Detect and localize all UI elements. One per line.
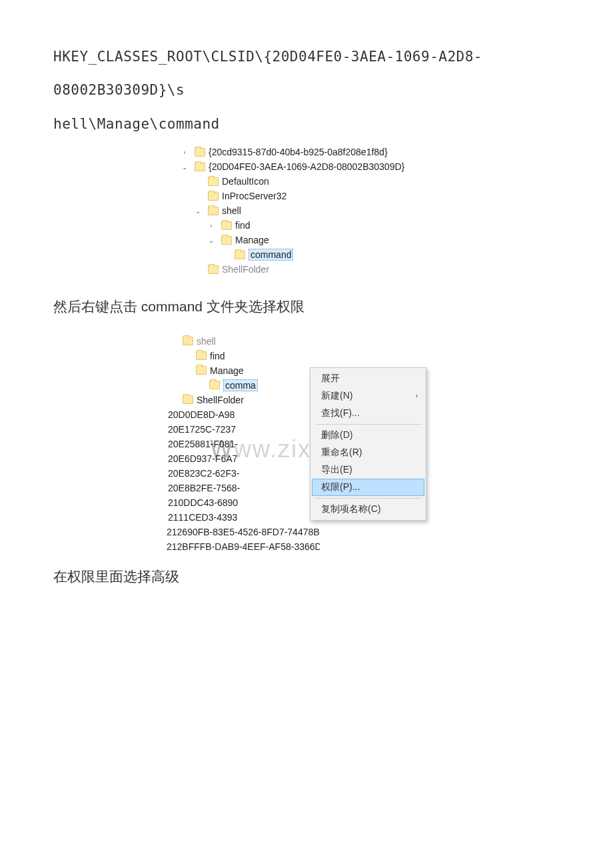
folder-icon (208, 192, 219, 201)
tree-node[interactable]: ShellFolder (167, 393, 320, 407)
tree-node-label: {20D04FE0-3AEA-1069-A2D8-08002B30309D} (209, 161, 404, 172)
tree-node-label: ShellFolder (197, 395, 244, 405)
menu-item[interactable]: 展开 (312, 370, 424, 387)
folder-icon (221, 221, 232, 230)
folder-icon (208, 177, 219, 186)
menu-item[interactable]: 权限(P)... (312, 479, 424, 496)
tree-node[interactable]: 20E1725C-7237 (167, 422, 320, 437)
tree-node-label: 20E8B2FE-7568- (168, 483, 240, 493)
expander-icon[interactable]: ⌄ (207, 237, 216, 244)
menu-item[interactable]: 重命名(R) (312, 444, 424, 461)
folder-icon (183, 337, 193, 345)
menu-item-label: 展开 (321, 373, 340, 385)
expander-icon[interactable]: › (180, 149, 189, 156)
tree-node[interactable]: DefaultIcon (173, 174, 453, 189)
menu-item-label: 导出(E) (321, 464, 352, 476)
tree-node[interactable]: 212690FB-83E5-4526-8FD7-74478B7939CD} (167, 525, 320, 539)
tree-node[interactable]: shell (167, 334, 320, 349)
registry-path-line-1: HKEY_CLASSES_ROOT\CLSID\{20D04FE0-3AEA-1… (53, 40, 560, 107)
tree-node-label: find (210, 351, 225, 361)
blank-space (53, 603, 560, 868)
tree-node[interactable]: 20E8B2FE-7568- (167, 481, 320, 495)
menu-separator (314, 498, 422, 499)
menu-item[interactable]: 导出(E) (312, 461, 424, 479)
tree-node-label: ShellFolder (222, 264, 269, 275)
menu-item-label: 查找(F)... (321, 407, 360, 419)
menu-item[interactable]: 复制项名称(C) (312, 501, 424, 518)
menu-item[interactable]: 查找(F)... (312, 405, 424, 422)
context-menu[interactable]: 展开新建(N)›查找(F)...删除(D)重命名(R)导出(E)权限(P)...… (310, 367, 426, 521)
registry-path-line-2: hell\Manage\command (53, 107, 560, 141)
tree-node-label: find (235, 220, 251, 231)
tree-node[interactable]: ShellFolder (173, 262, 453, 277)
registry-tree-1: ›{20cd9315-87d0-40b4-b925-0a8f208e1f8d}⌄… (173, 145, 453, 277)
tree-node[interactable]: ›{20cd9315-87d0-40b4-b925-0a8f208e1f8d} (173, 145, 453, 159)
menu-separator (314, 424, 422, 425)
tree-node-label: 20E823C2-62F3- (168, 468, 239, 479)
tree-node[interactable]: ⌄shell (173, 203, 453, 218)
folder-icon (183, 395, 193, 404)
tree-node[interactable]: ⌄{20D04FE0-3AEA-1069-A2D8-08002B30309D} (173, 159, 453, 174)
tree-node[interactable]: 20E25881-F081- (167, 437, 320, 451)
menu-item-label: 重命名(R) (321, 447, 362, 459)
menu-item-label: 权限(P)... (321, 481, 360, 493)
tree-node-label: DefaultIcon (222, 176, 269, 187)
tree-node[interactable]: 2111CED3-4393 (167, 510, 320, 525)
tree-node-label: comma (223, 379, 258, 391)
menu-item[interactable]: 删除(D) (312, 427, 424, 444)
folder-icon (196, 366, 207, 375)
folder-icon (209, 381, 220, 389)
folder-icon (196, 351, 207, 360)
tree-node[interactable]: 210DDC43-6890 (167, 495, 320, 510)
tree-node[interactable]: 20E6D937-F6A7 (167, 451, 320, 466)
chevron-right-icon: › (416, 392, 418, 399)
tree-node-label: 212690FB-83E5-4526-8FD7-74478B7939CD} (167, 527, 320, 537)
tree-node-label: 212BFFFB-DAB9-4EEF-AF58-3366DAAF4C4F} (167, 541, 320, 552)
tree-node-label: shell (222, 205, 241, 216)
menu-item-label: 新建(N) (321, 390, 352, 402)
menu-item[interactable]: 新建(N)› (312, 387, 424, 405)
tree-node[interactable]: comma (167, 378, 320, 393)
tree-node-label: 20E25881-F081- (168, 439, 238, 449)
expander-icon[interactable]: ⌄ (193, 207, 203, 215)
folder-icon (221, 236, 232, 245)
registry-tree-2-with-menu: Www.zixin.com.cn shellfindManagecommaShe… (167, 333, 453, 547)
tree-node-label: 20E6D937-F6A7 (168, 453, 237, 464)
expander-icon[interactable]: › (207, 222, 216, 229)
menu-item-label: 删除(D) (321, 429, 352, 441)
folder-icon (195, 163, 205, 171)
tree-node[interactable]: Manage (167, 363, 320, 378)
tree-node[interactable]: ›find (173, 218, 453, 233)
tree-node-label: Manage (235, 235, 269, 245)
tree-node[interactable]: command (173, 247, 453, 262)
registry-tree-2: shellfindManagecommaShellFolder20D0DE8D-… (167, 334, 320, 554)
tree-node-label: 210DDC43-6890 (168, 497, 238, 508)
tree-node-label: InProcServer32 (222, 191, 287, 201)
menu-item-label: 复制项名称(C) (321, 503, 380, 515)
tree-node-label: 2111CED3-4393 (168, 512, 237, 523)
body-text-1: 然后右键点击 command 文件夹选择权限 (53, 290, 560, 323)
tree-node-label: 20D0DE8D-A98 (168, 409, 235, 420)
tree-node-label: 20E1725C-7237 (168, 424, 236, 435)
tree-node[interactable]: find (167, 349, 320, 363)
folder-icon (208, 207, 219, 215)
tree-node[interactable]: 20E823C2-62F3- (167, 466, 320, 481)
folder-icon (235, 251, 245, 259)
document-page: HKEY_CLASSES_ROOT\CLSID\{20D04FE0-3AEA-1… (0, 0, 613, 868)
tree-node[interactable]: 20D0DE8D-A98 (167, 407, 320, 422)
tree-node-label: {20cd9315-87d0-40b4-b925-0a8f208e1f8d} (209, 147, 388, 157)
folder-icon (195, 148, 205, 157)
tree-node[interactable]: InProcServer32 (173, 189, 453, 203)
tree-node-label: command (249, 249, 293, 261)
tree-node-label: shell (197, 336, 216, 347)
tree-node[interactable]: ⌄Manage (173, 233, 453, 247)
tree-node-label: Manage (210, 365, 244, 376)
body-text-2: 在权限里面选择高级 (53, 560, 560, 593)
expander-icon[interactable]: ⌄ (180, 163, 189, 171)
tree-node[interactable]: 212BFFFB-DAB9-4EEF-AF58-3366DAAF4C4F} (167, 539, 320, 554)
folder-icon (208, 265, 219, 274)
